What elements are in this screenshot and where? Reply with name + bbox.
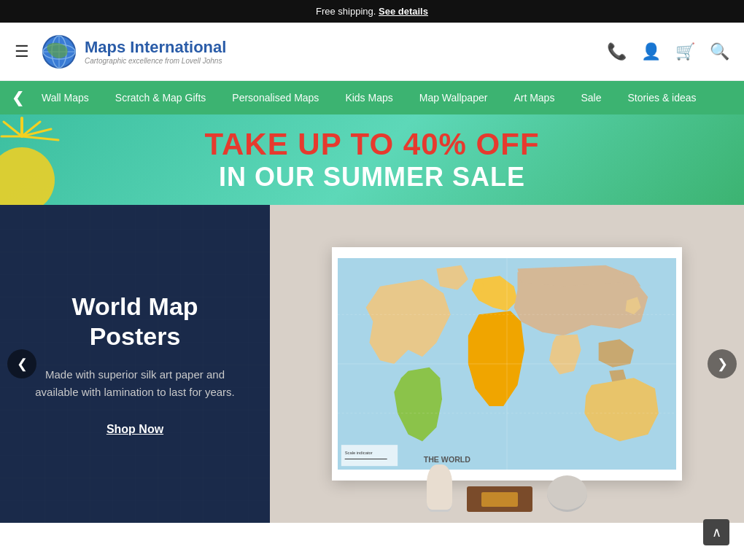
nav-personalised-maps[interactable]: Personalised Maps bbox=[219, 81, 332, 114]
navbar-items: Wall Maps Scratch & Map Gifts Personalis… bbox=[28, 81, 737, 114]
decorative-vase bbox=[427, 464, 452, 512]
nav-map-wallpaper[interactable]: Map Wallpaper bbox=[406, 81, 501, 114]
account-icon[interactable]: 👤 bbox=[641, 42, 661, 61]
announcement-text: Free shipping. bbox=[316, 6, 376, 17]
carousel-next-button[interactable]: ❯ bbox=[708, 349, 737, 378]
world-map-svg: THE WORLD Scale indicator bbox=[338, 253, 676, 475]
decorative-mug bbox=[547, 475, 587, 512]
scroll-to-top-button[interactable]: ∧ bbox=[703, 519, 729, 523]
nav-kids-maps[interactable]: Kids Maps bbox=[332, 81, 406, 114]
nav-sale[interactable]: Sale bbox=[567, 81, 614, 114]
phone-icon[interactable]: 📞 bbox=[607, 42, 627, 61]
navbar: ❮ Wall Maps Scratch & Map Gifts Personal… bbox=[0, 81, 744, 114]
svg-line-9 bbox=[22, 136, 58, 140]
banner-line1-prefix: TAKE UP TO bbox=[204, 127, 403, 161]
svg-point-5 bbox=[0, 147, 55, 205]
nav-stories-ideas[interactable]: Stories & ideas bbox=[614, 81, 709, 114]
basket-icon[interactable]: 🛒 bbox=[675, 42, 695, 61]
hero-decorative-items bbox=[427, 464, 587, 512]
hero-right-panel: THE WORLD Scale indicator bbox=[270, 205, 744, 523]
header: ☰ Maps International Cartographic excell… bbox=[0, 23, 744, 81]
banner-sun-decoration bbox=[0, 114, 88, 205]
logo-tagline: Cartographic excellence from Lovell John… bbox=[85, 57, 226, 65]
logo-icon bbox=[41, 34, 77, 70]
logo-area[interactable]: Maps International Cartographic excellen… bbox=[41, 34, 226, 70]
decorative-passport bbox=[481, 492, 518, 507]
hero-map-background bbox=[0, 205, 270, 523]
navbar-prev-arrow[interactable]: ❮ bbox=[7, 89, 28, 106]
summer-sale-banner[interactable]: TAKE UP TO 40% OFF IN OUR SUMMER SALE bbox=[0, 114, 744, 205]
logo-name: Maps International bbox=[85, 38, 226, 57]
search-icon[interactable]: 🔍 bbox=[710, 42, 729, 61]
world-map-frame: THE WORLD Scale indicator bbox=[332, 247, 682, 481]
svg-rect-18 bbox=[341, 445, 398, 466]
carousel-prev-button[interactable]: ❮ bbox=[7, 349, 36, 378]
banner-line2: IN OUR SUMMER SALE bbox=[204, 162, 539, 192]
banner-discount: 40% OFF bbox=[403, 127, 540, 161]
announcement-link[interactable]: See details bbox=[379, 6, 428, 17]
header-left: ☰ Maps International Cartographic excell… bbox=[15, 34, 226, 70]
svg-line-10 bbox=[4, 122, 22, 136]
hero-section: ❮ World MapPosters Made with superior si… bbox=[0, 205, 744, 523]
nav-art-maps[interactable]: Art Maps bbox=[500, 81, 567, 114]
logo-text: Maps International Cartographic excellen… bbox=[85, 38, 226, 65]
header-icons: 📞 👤 🛒 🔍 bbox=[607, 42, 729, 61]
svg-text:Scale indicator: Scale indicator bbox=[345, 451, 373, 455]
nav-scratch-map-gifts[interactable]: Scratch & Map Gifts bbox=[102, 81, 219, 114]
decorative-box bbox=[467, 486, 532, 512]
hero-left-panel: World MapPosters Made with superior silk… bbox=[0, 205, 270, 523]
hamburger-menu[interactable]: ☰ bbox=[15, 42, 29, 61]
hero-description: Made with superior silk art paper and av… bbox=[29, 366, 241, 401]
svg-text:THE WORLD: THE WORLD bbox=[424, 455, 471, 464]
banner-line1: TAKE UP TO 40% OFF bbox=[204, 127, 539, 162]
hero-shop-now-button[interactable]: Shop Now bbox=[29, 423, 241, 436]
nav-wall-maps[interactable]: Wall Maps bbox=[28, 81, 102, 114]
announcement-bar: Free shipping. See details bbox=[0, 0, 744, 23]
banner-text: TAKE UP TO 40% OFF IN OUR SUMMER SALE bbox=[204, 127, 539, 192]
hero-title: World MapPosters bbox=[29, 292, 241, 351]
